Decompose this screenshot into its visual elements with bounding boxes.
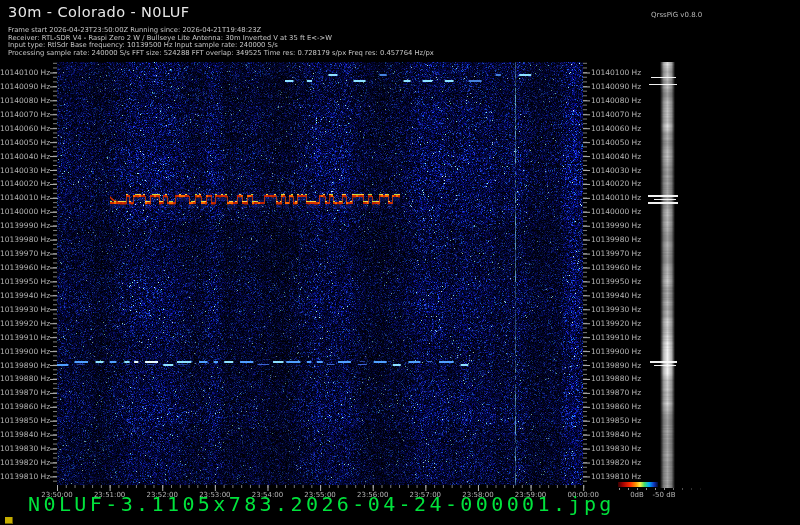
output-filename: N0LUF-3.1105x783.2026-04-24-000001.jpg — [28, 492, 615, 516]
freq-label-left: 10139910 Hz — [0, 333, 50, 342]
freq-label-left: 10139860 Hz — [0, 402, 50, 411]
freq-label-left: 10139900 Hz — [0, 347, 50, 356]
freq-label-right: 10139840 Hz — [591, 430, 641, 439]
freq-label-right: 10139830 Hz — [591, 444, 641, 453]
db-max-label: 0dB — [630, 491, 644, 499]
db-min-label: -50 dB — [653, 491, 676, 499]
freq-label-right: 10139920 Hz — [591, 319, 641, 328]
freq-label-right: 10139940 Hz — [591, 291, 641, 300]
header-info: Frame start 2026-04-23T23:50:00Z Running… — [8, 27, 434, 57]
info-line-processing: Processing sample rate: 240000 S/s FFT s… — [8, 50, 434, 58]
freq-label-left: 10139820 Hz — [0, 458, 50, 467]
freq-label-left: 10140100 Hz — [0, 68, 50, 77]
freq-label-right: 10139820 Hz — [591, 458, 641, 467]
freq-label-right: 10139900 Hz — [591, 347, 641, 356]
freq-label-left: 10139940 Hz — [0, 291, 50, 300]
freq-label-right: 10140100 Hz — [591, 68, 641, 77]
freq-label-right: 10139950 Hz — [591, 277, 641, 286]
freq-label-right: 10140090 Hz — [591, 82, 641, 91]
freq-label-right: 10139870 Hz — [591, 388, 641, 397]
freq-label-right: 10139890 Hz — [591, 361, 641, 370]
freq-label-right: 10140060 Hz — [591, 124, 641, 133]
freq-label-right: 10140000 Hz — [591, 207, 641, 216]
freq-label-right: 10139980 Hz — [591, 235, 641, 244]
spectrogram-canvas — [0, 0, 800, 525]
freq-label-left: 10139920 Hz — [0, 319, 50, 328]
freq-label-left: 10140080 Hz — [0, 96, 50, 105]
freq-label-left: 10139830 Hz — [0, 444, 50, 453]
freq-label-right: 10139930 Hz — [591, 305, 641, 314]
freq-label-right: 10139880 Hz — [591, 374, 641, 383]
freq-label-left: 10140000 Hz — [0, 207, 50, 216]
freq-label-right: 10139910 Hz — [591, 333, 641, 342]
freq-label-left: 10139870 Hz — [0, 388, 50, 397]
freq-label-left: 10139960 Hz — [0, 263, 50, 272]
freq-label-right: 10139960 Hz — [591, 263, 641, 272]
app-version: QrssPiG v0.8.0 — [651, 11, 702, 19]
freq-label-left: 10139930 Hz — [0, 305, 50, 314]
freq-label-right: 10139810 Hz — [591, 472, 641, 481]
freq-label-left: 10139810 Hz — [0, 472, 50, 481]
freq-label-left: 10139970 Hz — [0, 249, 50, 258]
freq-label-right: 10140040 Hz — [591, 152, 641, 161]
freq-label-left: 10140090 Hz — [0, 82, 50, 91]
status-marker — [5, 517, 13, 524]
freq-label-right: 10140020 Hz — [591, 179, 641, 188]
freq-label-right: 10140030 Hz — [591, 166, 641, 175]
qrsspig-grabber-window: 30m - Colorado - N0LUF QrssPiG v0.8.0 Fr… — [0, 0, 800, 525]
freq-label-left: 10140050 Hz — [0, 138, 50, 147]
freq-label-left: 10139980 Hz — [0, 235, 50, 244]
freq-label-right: 10140050 Hz — [591, 138, 641, 147]
freq-label-left: 10139990 Hz — [0, 221, 50, 230]
freq-label-left: 10139840 Hz — [0, 430, 50, 439]
freq-label-left: 10139890 Hz — [0, 361, 50, 370]
freq-label-left: 10139850 Hz — [0, 416, 50, 425]
freq-label-right: 10139970 Hz — [591, 249, 641, 258]
freq-label-left: 10140060 Hz — [0, 124, 50, 133]
page-title: 30m - Colorado - N0LUF — [8, 4, 189, 20]
freq-label-right: 10139860 Hz — [591, 402, 641, 411]
freq-label-left: 10140020 Hz — [0, 179, 50, 188]
freq-label-left: 10140010 Hz — [0, 193, 50, 202]
freq-label-left: 10140040 Hz — [0, 152, 50, 161]
freq-label-right: 10139850 Hz — [591, 416, 641, 425]
freq-label-left: 10139880 Hz — [0, 374, 50, 383]
freq-label-right: 10140070 Hz — [591, 110, 641, 119]
freq-label-left: 10139950 Hz — [0, 277, 50, 286]
freq-label-left: 10140070 Hz — [0, 110, 50, 119]
freq-label-right: 10139990 Hz — [591, 221, 641, 230]
freq-label-right: 10140010 Hz — [591, 193, 641, 202]
freq-label-left: 10140030 Hz — [0, 166, 50, 175]
freq-label-right: 10140080 Hz — [591, 96, 641, 105]
